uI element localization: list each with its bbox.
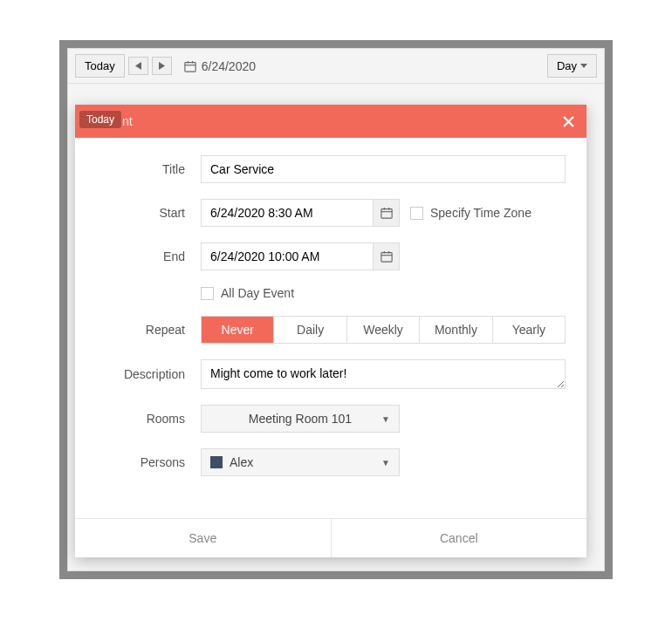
svg-marker-6 [580,64,587,68]
repeat-monthly[interactable]: Monthly [420,317,492,343]
calendar-icon [381,207,393,219]
svg-marker-0 [135,62,141,70]
rooms-select[interactable]: Meeting Room 101 ▼ [201,405,400,433]
persons-value: Alex [230,455,253,469]
view-label: Day [557,59,577,72]
dialog-title-fragment: nt [122,114,133,128]
chevron-left-icon [135,62,141,70]
rooms-value: Meeting Room 101 [249,412,352,426]
chevron-down-icon: ▼ [381,414,390,424]
checkbox-icon [201,287,214,300]
title-label: Title [96,162,201,176]
start-datetime [201,199,400,227]
svg-rect-12 [381,209,391,219]
all-day-checkbox[interactable]: All Day Event [201,286,294,300]
close-button[interactable] [563,116,574,127]
end-input[interactable] [202,243,373,270]
toolbar: Today 6/24/2020 Day [68,49,604,84]
end-label: End [96,249,201,263]
end-datetime [201,242,400,270]
cancel-button[interactable]: Cancel [332,519,587,557]
dialog-footer: Save Cancel [75,518,586,557]
repeat-weekly[interactable]: Weekly [347,317,420,343]
view-selector[interactable]: Day [547,54,597,78]
svg-rect-16 [381,253,391,263]
repeat-never[interactable]: Never [202,317,274,343]
save-button[interactable]: Save [75,519,332,557]
today-button[interactable]: Today [75,54,125,78]
repeat-segmented: Never Daily Weekly Monthly Yearly [201,316,566,344]
repeat-label: Repeat [96,323,201,337]
date-text: 6/24/2020 [202,59,256,73]
chevron-right-icon [159,62,165,70]
event-dialog: Today nt Title Start [75,105,586,557]
title-input[interactable] [201,155,566,183]
persons-select[interactable]: Alex ▼ [201,448,400,476]
repeat-daily[interactable]: Daily [274,317,346,343]
repeat-yearly[interactable]: Yearly [493,317,565,343]
svg-rect-2 [185,62,195,72]
next-button[interactable] [152,57,172,75]
all-day-label: All Day Event [221,286,294,300]
end-date-picker-button[interactable] [373,243,399,270]
specify-timezone-checkbox[interactable]: Specify Time Zone [410,206,531,220]
close-icon [563,116,574,127]
calendar-icon [184,60,196,72]
start-label: Start [96,206,201,220]
checkbox-icon [410,207,423,220]
description-input[interactable] [201,359,566,389]
person-color-swatch [210,456,223,468]
date-display[interactable]: 6/24/2020 [184,59,256,73]
chevron-down-icon [580,64,587,68]
svg-marker-1 [159,62,165,70]
today-tooltip: Today [79,111,121,128]
prev-button[interactable] [128,57,148,75]
calendar-icon [381,250,393,263]
specify-timezone-label: Specify Time Zone [430,206,531,220]
rooms-label: Rooms [96,412,201,426]
dialog-header: Today nt [75,105,586,138]
description-label: Description [96,367,201,381]
persons-label: Persons [96,455,201,469]
chevron-down-icon: ▼ [381,458,390,468]
start-input[interactable] [202,200,373,226]
dialog-body: Title Start [75,138,586,501]
start-date-picker-button[interactable] [373,200,399,226]
